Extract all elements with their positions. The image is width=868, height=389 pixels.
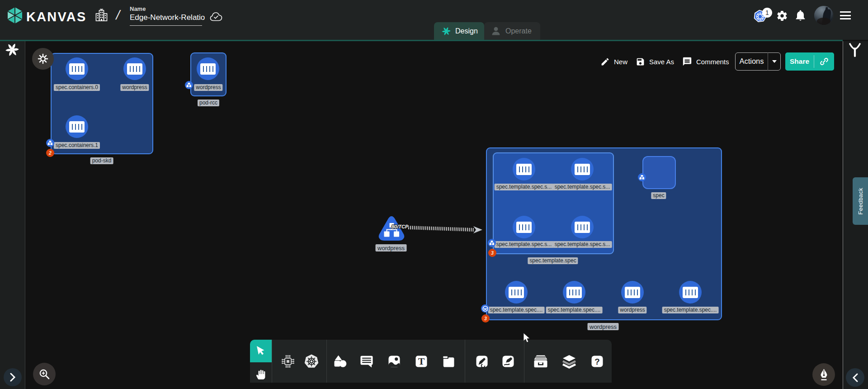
svg-text:?: ? xyxy=(594,357,599,366)
svg-text:T: T xyxy=(418,356,425,367)
